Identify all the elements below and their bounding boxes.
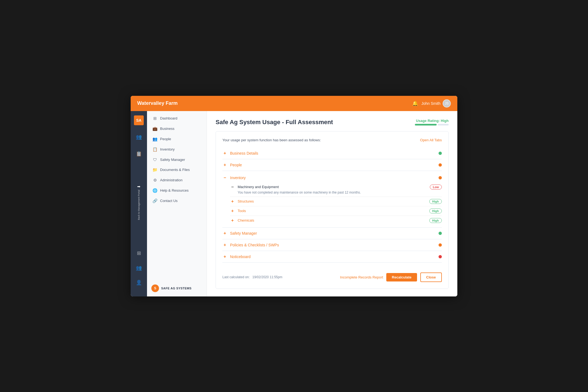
sidebar-item-dashboard-label: Dashboard — [160, 116, 177, 120]
row-left: − Inventory — [222, 175, 246, 180]
body-wrapper: SA 👥 📋 ➡ Back to Management Portal ⊞ 👥 👤… — [131, 111, 457, 296]
app-title: Watervalley Farm — [137, 100, 177, 106]
rating-bar-empty — [438, 124, 449, 125]
row-left: + People — [222, 163, 242, 167]
policies-toggle[interactable]: + — [222, 243, 227, 247]
sidebar-item-dashboard[interactable]: ⊞ Dashboard — [147, 113, 207, 124]
sidebar-item-documents[interactable]: 📁 Documents & Files — [147, 165, 207, 175]
row-left: + Noticeboard — [222, 254, 251, 259]
inventory-icon: 📋 — [152, 147, 157, 152]
sidebar-item-administration[interactable]: ⚙ Administration — [147, 175, 207, 185]
assessment-card: Your usage per system function has been … — [216, 131, 449, 289]
sidebar-narrow: SA 👥 📋 ➡ Back to Management Portal ⊞ 👥 👤 — [131, 111, 147, 296]
assessment-row-safety-manager: + Safety Manager — [222, 228, 442, 239]
page-title: Safe Ag System Usage - Full Assessment — [216, 119, 333, 126]
usage-rating: Usage Rating: High — [415, 119, 449, 125]
sidebar-item-business[interactable]: 💼 Business — [147, 124, 207, 134]
row-left: + Business Details — [222, 151, 258, 156]
sidebar-item-business-label: Business — [160, 127, 174, 131]
contact-us-icon: 🔗 — [152, 198, 157, 203]
close-button[interactable]: Close — [420, 272, 442, 282]
back-to-portal-arrow[interactable]: ➡ — [137, 184, 140, 189]
page-header: Safe Ag System Usage - Full Assessment U… — [216, 119, 449, 126]
sidebar-item-administration-label: Administration — [160, 178, 182, 182]
portal-section: ⊞ 👥 👤 — [134, 248, 144, 292]
machinery-label: Machinery and Equipment — [238, 185, 279, 189]
safe-ag-logo: S SAFE AG SYSTEMS — [151, 284, 202, 292]
sidebar-item-inventory[interactable]: 📋 Inventory — [147, 144, 207, 155]
noticeboard-toggle[interactable]: + — [222, 254, 227, 259]
policies-label: Policies & Checklists / SWPs — [230, 243, 279, 247]
incomplete-records-report-link[interactable]: Incomplete Records Report — [340, 275, 383, 279]
chemicals-label: Chemicals — [238, 218, 254, 222]
dashboard-icon: ⊞ — [152, 116, 157, 121]
rating-bar-filled — [415, 124, 437, 125]
sidebar-item-inventory-label: Inventory — [160, 147, 174, 151]
policies-status — [439, 243, 442, 247]
recalculate-button[interactable]: Recalculate — [386, 273, 417, 281]
narrow-nav-people-icon[interactable]: 👥 — [134, 132, 144, 142]
sub-item-machinery-header: − Machinery and Equipment Low — [230, 185, 442, 189]
business-icon: 💼 — [152, 126, 157, 131]
machinery-toggle[interactable]: − — [230, 185, 235, 189]
inventory-toggle[interactable]: − — [222, 175, 227, 180]
notification-bell-icon[interactable]: 🔔 — [412, 100, 418, 106]
row-left: + Structures — [230, 199, 254, 204]
tools-label: Tools — [238, 209, 246, 213]
back-to-portal-label[interactable]: Back to Management Portal — [137, 190, 140, 220]
people-status — [439, 163, 442, 167]
last-calculated-date: 19/02/2020 11:55pm — [252, 275, 282, 279]
help-resources-icon: 🌐 — [152, 188, 157, 193]
sidebar-item-people[interactable]: 👥 People — [147, 134, 207, 144]
sub-item-chemicals: + Chemicals High — [230, 216, 442, 225]
sub-item-tools-header: + Tools High — [230, 209, 442, 213]
narrow-nav-clipboard-icon[interactable]: 📋 — [134, 149, 144, 159]
card-top: Your usage per system function has been … — [222, 138, 442, 142]
safety-manager-label: Safety Manager — [230, 231, 257, 235]
sidebar-item-help-resources-label: Help & Resources — [160, 188, 189, 192]
usage-rating-label: Usage Rating: High — [415, 119, 449, 123]
people-toggle[interactable]: + — [222, 163, 227, 167]
safety-manager-status — [439, 232, 442, 235]
row-left: + Policies & Checklists / SWPs — [222, 243, 279, 247]
chemicals-toggle[interactable]: + — [230, 218, 235, 223]
last-calculated-label: Last calculated on: — [222, 275, 250, 279]
open-all-tabs-button[interactable]: Open All Tabs — [420, 138, 442, 142]
portal-org-icon[interactable]: ⊞ — [135, 248, 143, 258]
structures-badge: High — [429, 199, 442, 204]
portal-users-icon[interactable]: 👥 — [134, 263, 144, 273]
user-info: John Smith JS — [421, 99, 451, 108]
business-details-label: Business Details — [230, 151, 258, 155]
people-icon: 👥 — [152, 137, 157, 142]
business-details-toggle[interactable]: + — [222, 151, 227, 156]
noticeboard-label: Noticeboard — [230, 255, 251, 259]
card-description: Your usage per system function has been … — [222, 138, 321, 142]
assessment-row-business-details: + Business Details — [222, 148, 442, 159]
inventory-status — [439, 176, 442, 179]
sub-item-structures-header: + Structures High — [230, 199, 442, 204]
people-label: People — [230, 163, 242, 167]
structures-toggle[interactable]: + — [230, 199, 235, 204]
tools-toggle[interactable]: + — [230, 209, 235, 213]
tools-badge: High — [429, 209, 442, 213]
portal-profile-icon[interactable]: 👤 — [134, 277, 144, 288]
sidebar-item-help-resources[interactable]: 🌐 Help & Resources — [147, 185, 207, 196]
header-right: 🔔 John Smith JS — [412, 99, 451, 108]
sidebar-item-contact-us[interactable]: 🔗 Contact Us — [147, 196, 207, 206]
app-header: Watervalley Farm 🔔 John Smith JS — [131, 96, 457, 111]
user-name: John Smith — [421, 101, 440, 106]
row-left: + Chemicals — [230, 218, 254, 223]
assessment-row-noticeboard: + Noticeboard — [222, 251, 442, 263]
row-left: − Machinery and Equipment — [230, 185, 279, 189]
usage-rating-value: High — [441, 119, 449, 123]
sidebar-item-safety-manager[interactable]: 🛡 Safety Manager — [147, 155, 207, 165]
safety-manager-toggle[interactable]: + — [222, 231, 227, 236]
sub-item-tools: + Tools High — [230, 206, 442, 216]
chemicals-badge: High — [429, 218, 442, 223]
sidebar-item-documents-label: Documents & Files — [160, 168, 190, 172]
machinery-description: You have not completed any maintenance o… — [238, 191, 442, 194]
sidebar-item-contact-us-label: Contact Us — [160, 199, 177, 203]
business-details-status — [439, 152, 442, 155]
administration-icon: ⚙ — [152, 178, 157, 183]
machinery-badge: Low — [430, 185, 442, 189]
